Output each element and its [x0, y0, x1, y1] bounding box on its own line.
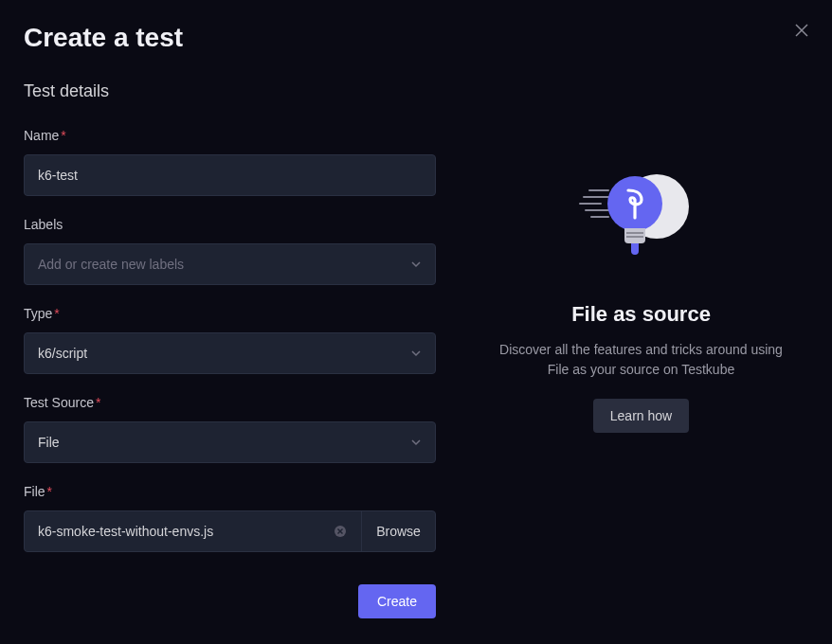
labels-group: Labels Add or create new labels [24, 217, 436, 285]
clear-icon [334, 525, 347, 538]
info-title: File as source [571, 302, 711, 327]
section-title: Test details [24, 81, 436, 101]
type-select[interactable]: k6/script [24, 332, 436, 374]
form-panel: Create a test Test details Name* Labels … [24, 19, 436, 625]
labels-label: Labels [24, 217, 436, 232]
type-value: k6/script [38, 346, 410, 361]
required-indicator: * [54, 306, 59, 321]
labels-placeholder: Add or create new labels [38, 257, 410, 272]
type-group: Type* k6/script [24, 306, 436, 374]
chevron-down-icon [410, 437, 422, 448]
info-panel: File as source Discover all the features… [474, 0, 808, 625]
learn-how-button[interactable]: Learn how [593, 399, 689, 433]
file-input[interactable]: k6-smoke-test-without-envs.js Browse [24, 510, 436, 552]
test-source-group: Test Source* File [24, 395, 436, 463]
required-indicator: * [61, 128, 65, 143]
required-indicator: * [47, 484, 52, 499]
close-icon [795, 24, 808, 37]
browse-button[interactable]: Browse [361, 511, 435, 551]
name-group: Name* [24, 128, 436, 196]
modal-title: Create a test [24, 23, 436, 53]
chevron-down-icon [410, 348, 422, 359]
name-label: Name* [24, 128, 436, 143]
create-test-modal: Create a test Test details Name* Labels … [0, 0, 832, 644]
required-indicator: * [96, 395, 100, 410]
close-button[interactable] [792, 21, 811, 40]
name-input[interactable] [24, 154, 436, 196]
labels-select[interactable]: Add or create new labels [24, 243, 436, 285]
lightbulb-icon [587, 174, 696, 269]
file-label: File* [24, 484, 436, 499]
type-label: Type* [24, 306, 436, 321]
info-description: Discover all the features and tricks aro… [493, 340, 789, 380]
test-source-label: Test Source* [24, 395, 436, 410]
create-button[interactable]: Create [358, 584, 436, 618]
test-source-select[interactable]: File [24, 421, 436, 463]
test-source-value: File [38, 435, 410, 450]
clear-file-button[interactable] [333, 524, 348, 539]
file-input-value: k6-smoke-test-without-envs.js [38, 524, 333, 539]
chevron-down-icon [410, 259, 422, 270]
file-group: File* k6-smoke-test-without-envs.js Brow… [24, 484, 436, 552]
